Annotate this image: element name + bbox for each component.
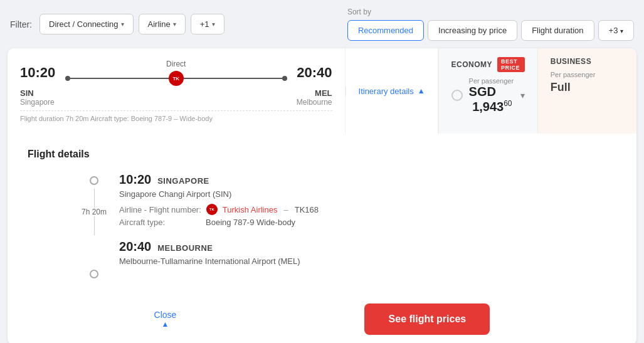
flight-footer: Flight duration 7h 20m Aircraft type: Bo… <box>20 110 332 122</box>
chevron-down-icon: ▾ <box>121 21 124 28</box>
arrival-stop: 20:40 MELBOURNE Melbourne-Tullamarine In… <box>119 240 616 266</box>
top-bar: Filter: Direct / Connecting ▾ Airline ▾ … <box>8 8 636 41</box>
stop-details: Airline - Flight number: TK Turkish Airl… <box>119 204 616 227</box>
sort-label: Sort by <box>347 8 371 16</box>
aircraft-value: Boeing 787-9 Wide-body <box>206 218 295 227</box>
sort-duration[interactable]: Flight duration <box>521 20 594 41</box>
airline-row: Airline - Flight number: TK Turkish Airl… <box>119 204 616 215</box>
timeline-main: 7h 20m 10:20 SINGAPORE <box>82 172 616 278</box>
filter-section: Filter: Direct / Connecting ▾ Airline ▾ … <box>10 14 224 34</box>
timeline-content: 10:20 SINGAPORE Singapore Changi Airport… <box>119 172 616 278</box>
see-flight-prices-button[interactable]: See flight prices <box>364 303 490 335</box>
sort-recommended[interactable]: Recommended <box>347 20 424 41</box>
arr-airport: Melbourne-Tullamarine International Airp… <box>119 256 616 266</box>
business-header: BUSINESS <box>551 57 624 66</box>
per-passenger-label: Per passenger <box>469 77 514 85</box>
filter-label: Filter: <box>10 19 32 29</box>
business-per-passenger: Per passenger <box>551 71 624 78</box>
arr-stop-time: 20:40 <box>119 240 151 254</box>
chevron-up-icon: ▲ <box>418 87 425 95</box>
chevron-down-icon: ▾ <box>212 21 215 28</box>
arr-city: Melbourne <box>297 98 332 107</box>
airline-logo: TK <box>169 71 184 86</box>
line-segment-right <box>184 78 282 79</box>
business-body: Per passenger Full <box>551 71 624 94</box>
close-label: Close <box>154 310 177 320</box>
economy-radio[interactable] <box>451 90 463 101</box>
dep-dot <box>65 76 70 81</box>
arr-code: MEL <box>297 88 332 98</box>
timeline: 7h 20m 10:20 SINGAPORE <box>28 172 616 278</box>
arr-timeline-dot <box>90 270 98 278</box>
airline-label: Airline - Flight number: <box>119 205 201 214</box>
business-panel: BUSINESS Per passenger Full <box>537 48 636 134</box>
sort-buttons-row: Recommended Increasing by price Flight d… <box>347 20 634 41</box>
sort-section: Sort by Recommended Increasing by price … <box>347 8 634 41</box>
bottom-actions: Close ▲ See flight prices <box>8 293 636 343</box>
best-price-badge: BEST PRICE <box>497 57 525 72</box>
dep-stop-header: 10:20 SINGAPORE <box>119 172 616 187</box>
dep-stop-city: SINGAPORE <box>157 176 209 186</box>
price-info: Per passenger SGD 1,94360 <box>469 77 514 114</box>
timeline-visual: 7h 20m <box>82 172 107 278</box>
dep-airport: Singapore Changi Airport (SIN) <box>119 189 616 199</box>
economy-title: ECONOMY <box>451 60 493 69</box>
arr-stop-city: MELBOURNE <box>157 243 213 253</box>
airline-filter[interactable]: Airline ▾ <box>139 14 186 34</box>
dep-code: SIN <box>20 88 55 98</box>
economy-body: Per passenger SGD 1,94360 ▾ <box>451 77 525 114</box>
flight-line: TK <box>65 71 287 86</box>
departure-time-display: 10:20 <box>20 65 58 81</box>
chevron-down-icon: ▾ <box>620 28 623 34</box>
dep-stop-time: 10:20 <box>119 172 151 187</box>
flight-details-title: Flight details <box>28 149 616 160</box>
itinerary-details-button[interactable]: Itinerary details ▲ <box>346 87 438 96</box>
flight-number: TK168 <box>295 205 319 214</box>
airline-name: Turkish Airlines <box>223 205 278 214</box>
chevron-down-icon: ▾ <box>173 21 176 28</box>
airline-logo-sm: TK <box>206 204 218 215</box>
flight-card: 10:20 Direct TK 20:40 <box>8 48 636 343</box>
economy-header: ECONOMY BEST PRICE <box>451 57 525 72</box>
business-status: Full <box>551 81 624 94</box>
departure-stop: 10:20 SINGAPORE Singapore Changi Airport… <box>119 172 616 227</box>
direct-label: Direct <box>166 60 186 68</box>
close-button[interactable]: Close ▲ <box>154 310 177 329</box>
flight-line-area: Direct TK <box>58 60 295 86</box>
economy-expand-button[interactable]: ▾ <box>520 90 525 100</box>
line-segment-left <box>70 78 169 79</box>
arrival-time-display: 20:40 <box>295 65 332 81</box>
sort-more[interactable]: +3 ▾ <box>598 20 634 41</box>
dep-timeline-dot <box>90 176 98 185</box>
pricing-panels: ECONOMY BEST PRICE Per passenger SGD 1,9… <box>438 48 636 134</box>
price-display: SGD 1,94360 <box>469 85 514 114</box>
aircraft-row: Aircraft type: Boeing 787-9 Wide-body <box>119 218 616 227</box>
chevron-up-icon: ▲ <box>162 320 169 329</box>
direct-connecting-filter[interactable]: Direct / Connecting ▾ <box>40 14 134 34</box>
timeline-line-bottom <box>94 216 95 235</box>
itinerary-label: Itinerary details <box>359 87 414 96</box>
economy-panel: ECONOMY BEST PRICE Per passenger SGD 1,9… <box>439 48 537 134</box>
flight-info: 10:20 Direct TK 20:40 <box>8 48 345 134</box>
business-price-info: Per passenger Full <box>551 71 624 94</box>
business-title: BUSINESS <box>551 57 591 66</box>
arr-dot <box>282 76 287 81</box>
dep-city: Singapore <box>20 98 55 107</box>
flight-times: 10:20 Direct TK 20:40 <box>20 60 332 86</box>
arr-stop-header: 20:40 MELBOURNE <box>119 240 616 254</box>
sort-price[interactable]: Increasing by price <box>428 20 517 41</box>
price-currency: SGD 1,94360 <box>469 85 512 113</box>
flight-summary-row: 10:20 Direct TK 20:40 <box>8 48 636 134</box>
timeline-line-top <box>94 189 95 208</box>
aircraft-label: Aircraft type: <box>119 218 201 227</box>
airports-row: SIN Singapore MEL Melbourne <box>20 88 332 107</box>
flight-details-section: Flight details <box>8 134 636 293</box>
duration-label: 7h 20m <box>82 208 107 216</box>
more-filter[interactable]: +1 ▾ <box>191 14 224 34</box>
page-wrapper: Filter: Direct / Connecting ▾ Airline ▾ … <box>8 8 636 343</box>
